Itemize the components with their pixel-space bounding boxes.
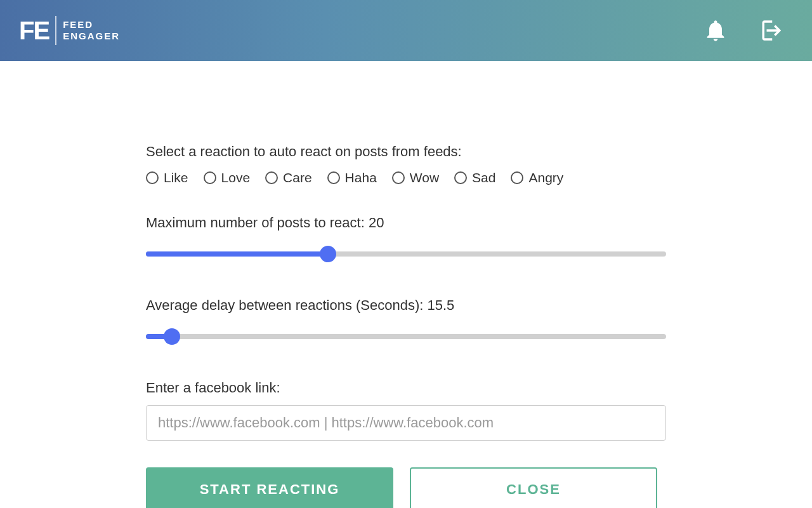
radio-label: Love [221,170,251,185]
slider-fill [146,251,328,257]
link-section: Enter a facebook link: [146,380,666,441]
radio-wow[interactable]: Wow [392,170,439,185]
logout-icon[interactable] [760,17,787,44]
app-header: FE FEED ENGAGER [0,0,812,61]
close-button[interactable]: CLOSE [410,467,657,508]
radio-circle-icon [265,171,278,184]
slider-thumb[interactable] [320,246,336,262]
reaction-options: Like Love Care Haha Wow Sad Angry [146,170,666,185]
radio-label: Haha [345,170,377,185]
facebook-link-input[interactable] [146,405,666,441]
radio-love[interactable]: Love [204,170,251,185]
header-actions [703,17,787,44]
reaction-select-label: Select a reaction to auto react on posts… [146,144,666,160]
max-posts-label: Maximum number of posts to react: 20 [146,215,666,231]
logo-divider [55,16,56,45]
radio-like[interactable]: Like [146,170,188,185]
main-content: Select a reaction to auto react on posts… [0,61,812,508]
radio-circle-icon [392,171,405,184]
radio-circle-icon [327,171,340,184]
app-logo: FE FEED ENGAGER [19,16,120,45]
delay-label-text: Average delay between reactions (Seconds… [146,297,428,313]
action-buttons: START REACTING CLOSE [146,467,666,508]
max-posts-value: 20 [369,215,384,231]
max-posts-section: Maximum number of posts to react: 20 [146,215,666,262]
max-posts-label-text: Maximum number of posts to react: [146,215,369,231]
radio-label: Angry [528,170,563,185]
delay-slider[interactable] [146,329,666,344]
slider-thumb[interactable] [164,328,180,345]
logo-text: FEED ENGAGER [63,19,120,42]
logo-abbrev: FE [19,17,55,45]
delay-value: 15.5 [428,297,455,313]
link-label: Enter a facebook link: [146,380,666,396]
delay-label: Average delay between reactions (Seconds… [146,297,666,314]
logo-line1: FEED [63,19,120,30]
radio-label: Wow [410,170,439,185]
radio-angry[interactable]: Angry [511,170,563,185]
logo-line2: ENGAGER [63,30,120,42]
radio-label: Sad [472,170,495,185]
max-posts-slider[interactable] [146,246,666,262]
radio-care[interactable]: Care [265,170,312,185]
radio-label: Care [283,170,312,185]
delay-section: Average delay between reactions (Seconds… [146,297,666,344]
start-reacting-button[interactable]: START REACTING [146,467,393,508]
radio-sad[interactable]: Sad [454,170,495,185]
radio-circle-icon [204,171,216,184]
radio-label: Like [164,170,188,185]
radio-circle-icon [146,171,159,184]
radio-circle-icon [511,171,523,184]
slider-track [146,334,666,339]
notifications-icon[interactable] [703,18,728,43]
radio-haha[interactable]: Haha [327,170,377,185]
radio-circle-icon [454,171,467,184]
